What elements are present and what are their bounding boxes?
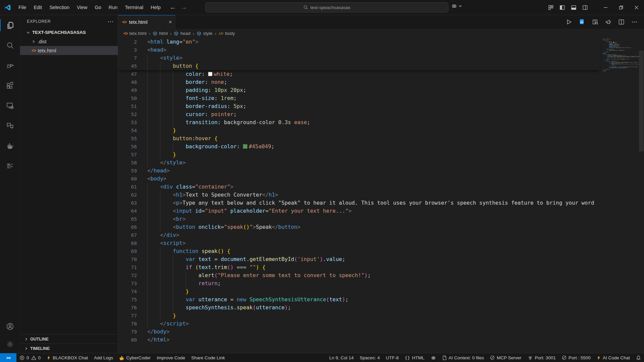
status-port-5500[interactable]: Port : 5500	[559, 353, 594, 362]
code-line[interactable]: 70 var text = document.getElementById('i…	[118, 255, 600, 263]
status-blackbox-chat[interactable]: BLACKBOX Chat	[44, 353, 91, 362]
status-add-logs[interactable]: Add Logs	[91, 353, 116, 362]
minimap[interactable]: <html lang="en"><head> <style> button { …	[600, 38, 640, 353]
activity-extensions-icon[interactable]	[0, 75, 20, 96]
code-line[interactable]: 45 button {	[118, 62, 600, 70]
minimize-button[interactable]	[598, 0, 613, 15]
activity-settings-icon[interactable]	[0, 335, 20, 353]
activity-explorer-icon[interactable]	[0, 15, 20, 35]
breadcrumb-head[interactable]: head	[174, 31, 190, 36]
status-notifications[interactable]	[633, 353, 644, 362]
code-line[interactable]: 60<body>	[118, 175, 600, 183]
activity-remote-explorer-icon[interactable]	[0, 96, 20, 116]
menu-help[interactable]: Help	[147, 0, 164, 15]
status-problems[interactable]: 00	[16, 353, 44, 362]
nav-forward-icon[interactable]: →	[181, 4, 187, 11]
code-line[interactable]: 7 <style>	[118, 54, 600, 62]
status-blackbox-robot[interactable]	[428, 353, 439, 362]
status-encoding[interactable]: UTF-8	[383, 353, 402, 362]
status-improve-code[interactable]: Improve Code	[154, 353, 188, 362]
code-line[interactable]: 58 </style>	[118, 159, 600, 167]
code-editor[interactable]: 47 color: white;48 border: none;49 paddi…	[118, 38, 644, 353]
code-line[interactable]: 65 <br>	[118, 215, 600, 223]
tree-item-tetx-html[interactable]: <>tetx.html	[20, 46, 118, 55]
code-line[interactable]: 50 font-size: 1rem;	[118, 94, 600, 102]
section-outline[interactable]: OUTLINE	[20, 334, 118, 344]
menu-file[interactable]: File	[15, 0, 30, 15]
layout-grid-icon[interactable]	[547, 3, 555, 11]
tab-close-icon[interactable]: ×	[169, 19, 172, 25]
code-line[interactable]: 49 padding: 10px 20px;	[118, 86, 600, 94]
code-line[interactable]: 3<head>	[118, 46, 600, 54]
editor-action-more-icon[interactable]	[631, 18, 638, 26]
close-button[interactable]	[629, 0, 644, 15]
code-line[interactable]: 54 }	[118, 126, 600, 135]
panel-bottom-icon[interactable]	[569, 3, 578, 11]
status-share-code-link[interactable]: Share Code Link	[188, 353, 228, 362]
code-line[interactable]: 74 }	[118, 288, 600, 296]
code-line[interactable]: 79</body>	[118, 328, 600, 336]
status-ai-context[interactable]: AI Context: 0 files	[439, 353, 487, 362]
status-language-mode[interactable]: {}HTML	[402, 353, 427, 362]
editor-action-php-file-icon[interactable]: PHP	[578, 18, 586, 26]
code-line[interactable]: 55 button:hover {	[118, 135, 600, 143]
code-line[interactable]: 62 <h1>Text to Speech Converter</h1>	[118, 191, 600, 199]
explorer-more-actions-icon[interactable]: ···	[108, 19, 114, 24]
scrollbar-thumb[interactable]	[639, 51, 644, 151]
activity-run-debug-icon[interactable]	[0, 55, 20, 75]
code-line[interactable]: 73 return;	[118, 279, 600, 288]
status-mcp-server[interactable]: MCP Server	[487, 353, 524, 362]
code-line[interactable]: 59</head>	[118, 167, 600, 175]
code-line[interactable]: 72 alert("Please enter some text to conv…	[118, 271, 600, 279]
code-line[interactable]: 69 function speak() {	[118, 247, 600, 255]
code-line[interactable]: 47 color: white;	[118, 70, 600, 78]
code-line[interactable]: 71 if (text.trim() === "") {	[118, 263, 600, 271]
ai-assistant-menu[interactable]	[451, 3, 462, 9]
tree-item--dist[interactable]: .dist	[20, 37, 118, 46]
breadcrumb-tetx-html[interactable]: <>tetx.html	[123, 31, 147, 36]
activity-search-icon[interactable]	[0, 35, 20, 55]
code-line[interactable]: 77 }	[118, 312, 600, 320]
menu-go[interactable]: Go	[91, 0, 105, 15]
code-line[interactable]: 78 </script>	[118, 320, 600, 328]
code-line[interactable]: 75 var utterance = new SpeechSynthesisUt…	[118, 296, 600, 304]
menu-terminal[interactable]: Terminal	[121, 0, 147, 15]
editor-action-run-icon[interactable]	[565, 18, 573, 26]
code-line[interactable]: 80</html>	[118, 336, 600, 344]
breadcrumb-html[interactable]: html	[153, 31, 168, 36]
editor-action-announce-icon[interactable]	[604, 18, 612, 26]
nav-back-icon[interactable]: ←	[170, 4, 176, 11]
status-cybercoder[interactable]: CyberCoder	[116, 353, 154, 362]
status-indentation[interactable]: Spaces: 4	[357, 353, 383, 362]
breadcrumb-style[interactable]: style	[197, 31, 212, 36]
code-line[interactable]: 61 <div class="container">	[118, 183, 600, 191]
status-remote-indicator[interactable]: ><	[0, 353, 16, 362]
editor-action-preview-icon[interactable]	[591, 18, 599, 26]
section-timeline[interactable]: TIMELINE	[20, 344, 118, 353]
code-line[interactable]: 57 }	[118, 151, 600, 159]
activity-blackbox-icon[interactable]	[0, 156, 20, 176]
menu-run[interactable]: Run	[105, 0, 121, 15]
status-cursor-position[interactable]: Ln 9, Col 14	[326, 353, 357, 362]
code-line[interactable]: 63 <p>Type any text below and click "Spe…	[118, 199, 600, 207]
code-line[interactable]: 2<html lang="en">	[118, 38, 600, 46]
code-line[interactable]: 68 <script>	[118, 239, 600, 247]
menu-edit[interactable]: Edit	[30, 0, 46, 15]
editor-scrollbar[interactable]	[639, 38, 644, 353]
command-center-search[interactable]: text-speachsasasas	[205, 2, 448, 12]
code-line[interactable]: 52 cursor: pointer;	[118, 110, 600, 118]
status-port-3001[interactable]: Port: 3001	[525, 353, 559, 362]
restore-button[interactable]	[613, 0, 629, 15]
code-line[interactable]: 56 background-color: #45a049;	[118, 143, 600, 151]
code-line[interactable]: 48 border: none;	[118, 78, 600, 86]
activity-docker-icon[interactable]	[0, 136, 20, 156]
activity-account-icon[interactable]	[0, 317, 20, 335]
tree-root-folder[interactable]: TEXT-SPEACHSASASAS	[20, 28, 118, 37]
status-ai-code-chat[interactable]: AI Code Chat	[594, 353, 633, 362]
code-line[interactable]: 53 transition: background-color 0.3s eas…	[118, 118, 600, 126]
code-line[interactable]: 64 <input id="input" placeholder="Enter …	[118, 207, 600, 215]
code-line[interactable]: 67 </div>	[118, 231, 600, 239]
menu-selection[interactable]: Selection	[46, 0, 73, 15]
breadcrumb-body[interactable]: body	[219, 31, 235, 36]
tab-tetx-html[interactable]: <> tetx.html ×	[118, 15, 176, 29]
